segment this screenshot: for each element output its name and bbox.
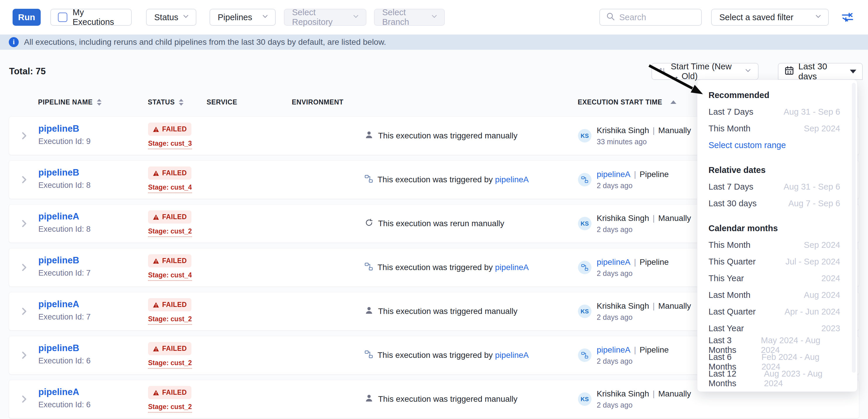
avatar: KS	[578, 392, 591, 406]
menu-item-select-custom-range[interactable]: Select custom range	[698, 137, 857, 154]
info-icon: i	[9, 37, 19, 47]
status-badge: FAILED	[148, 211, 191, 224]
select-branch-dropdown[interactable]: Select Branch	[374, 9, 445, 26]
stage-link[interactable]: Stage: cust_2	[148, 359, 192, 369]
calendar-icon	[784, 66, 794, 77]
menu-item-last-year[interactable]: Last Year 2023	[698, 320, 857, 337]
column-header-execution-start-time[interactable]: EXECUTION START TIME	[578, 95, 676, 109]
sort-both-icon	[179, 99, 184, 106]
menu-item-this-month[interactable]: This Month Sep 2024	[698, 237, 857, 253]
menu-item-last-30-days[interactable]: Last 30 days Aug 7 - Sep 6	[698, 195, 857, 212]
warning-icon	[153, 126, 159, 132]
menu-item-last-12-months[interactable]: Last 12 Months Aug 2023 - Aug 2024	[698, 370, 857, 387]
search-box[interactable]	[599, 9, 702, 26]
menu-item-last-7-days[interactable]: Last 7 Days Aug 31 - Sep 6	[698, 104, 857, 120]
starter-name[interactable]: pipelineA	[597, 345, 630, 355]
date-range-menu: Recommended Last 7 Days Aug 31 - Sep 6 T…	[697, 79, 858, 392]
starter-name: Krishika Singh	[597, 214, 649, 223]
chevron-right-icon[interactable]	[19, 307, 29, 318]
warning-icon	[153, 346, 159, 352]
trigger-type: Pipeline	[640, 257, 669, 267]
time-ago: 2 days ago	[597, 269, 669, 278]
stage-link[interactable]: Stage: cust_2	[148, 403, 192, 413]
chevron-down-icon	[744, 66, 752, 77]
date-range-dropdown[interactable]: Last 30 days	[778, 63, 863, 80]
chevron-right-icon[interactable]	[19, 350, 29, 361]
menu-section-relative-dates: Relative dates	[698, 162, 857, 179]
time-ago: 2 days ago	[597, 357, 669, 365]
trigger-type: Pipeline	[640, 170, 669, 179]
warning-icon	[153, 258, 159, 264]
trigger-pipeline-link[interactable]: pipelineA	[495, 175, 529, 184]
pipeline-name-link[interactable]: pipelineA	[38, 211, 79, 222]
sort-dropdown[interactable]: Start Time (New → Old)	[651, 63, 758, 80]
chevron-down-icon	[182, 12, 190, 23]
select-branch-label: Select Branch	[382, 8, 430, 27]
run-button[interactable]: Run	[12, 9, 41, 26]
chevron-down-icon	[352, 12, 360, 23]
chevron-right-icon[interactable]	[19, 219, 29, 230]
pipeline-name-link[interactable]: pipelineB	[38, 255, 79, 265]
stage-link[interactable]: Stage: cust_2	[148, 227, 192, 237]
my-executions-checkbox[interactable]	[58, 12, 67, 22]
rerun-icon	[365, 218, 373, 229]
warning-icon	[153, 214, 159, 220]
search-input[interactable]	[619, 12, 695, 22]
column-header-pipeline-name[interactable]: PIPELINE NAME	[38, 95, 101, 109]
pipelines-filter-dropdown[interactable]: Pipelines	[210, 9, 276, 26]
menu-item-this-quarter[interactable]: This Quarter Jul - Sep 2024	[698, 253, 857, 270]
stage-link[interactable]: Stage: cust_4	[148, 184, 192, 193]
trigger-pipeline-link[interactable]: pipelineA	[495, 351, 529, 360]
menu-item-last-quarter[interactable]: Last Quarter Apr - Jun 2024	[698, 303, 857, 320]
my-executions-toggle[interactable]: My Executions	[50, 9, 132, 26]
pipeline-name-link[interactable]: pipelineB	[38, 167, 79, 178]
starter-name[interactable]: pipelineA	[597, 170, 630, 179]
pipeline-name-link[interactable]: pipelineB	[38, 343, 79, 353]
menu-item-last-6-months[interactable]: Last 6 Months Feb 2024 - Aug 2024	[698, 353, 857, 370]
sort-ascending-icon	[671, 100, 676, 104]
chevron-down-icon	[430, 12, 438, 23]
menu-item-this-year[interactable]: This Year 2024	[698, 270, 857, 287]
pipelines-filter-label: Pipelines	[218, 12, 252, 22]
trigger-pipeline-link[interactable]: pipelineA	[495, 263, 529, 272]
execution-id: Execution Id: 7	[38, 313, 91, 322]
time-ago: 2 days ago	[597, 313, 691, 322]
column-header-status[interactable]: STATUS	[148, 95, 184, 109]
warning-icon	[153, 390, 159, 396]
pipeline-name-link[interactable]: pipelineB	[38, 124, 79, 134]
starter-name: Krishika Singh	[597, 126, 649, 135]
select-repository-dropdown[interactable]: Select Repository	[284, 9, 366, 26]
user-icon	[365, 306, 373, 317]
select-repository-label: Select Repository	[292, 8, 352, 27]
pipeline-trigger-icon	[365, 175, 373, 185]
pipeline-name-link[interactable]: pipelineA	[38, 299, 79, 309]
date-range-label: Last 30 days	[798, 61, 846, 82]
stage-link[interactable]: Stage: cust_3	[148, 139, 192, 149]
status-filter-dropdown[interactable]: Status	[146, 9, 196, 26]
menu-section-recommended: Recommended	[698, 87, 857, 104]
chevron-right-icon[interactable]	[19, 131, 29, 142]
chevron-right-icon[interactable]	[19, 262, 29, 273]
time-ago: 2 days ago	[597, 182, 669, 190]
menu-item-last-3-months[interactable]: Last 3 Months May 2024 - Aug 2024	[698, 337, 857, 353]
starter-name[interactable]: pipelineA	[597, 257, 630, 267]
menu-section-calendar-months: Calendar months	[698, 220, 857, 237]
stage-link[interactable]: Stage: cust_2	[148, 315, 192, 325]
execution-id: Execution Id: 8	[38, 181, 91, 190]
menu-item-last-7-days[interactable]: Last 7 Days Aug 31 - Sep 6	[698, 179, 857, 195]
saved-filter-dropdown[interactable]: Select a saved filter	[711, 9, 829, 26]
menu-item-this-month[interactable]: This Month Sep 2024	[698, 120, 857, 137]
pipeline-name-link[interactable]: pipelineA	[38, 387, 79, 397]
menu-scrollbar[interactable]	[852, 83, 856, 373]
filter-settings-icon[interactable]	[840, 10, 855, 25]
trigger-type: Manually	[658, 126, 691, 135]
stage-link[interactable]: Stage: cust_4	[148, 271, 192, 281]
execution-id: Execution Id: 6	[38, 356, 91, 365]
chevron-down-icon	[814, 12, 823, 23]
menu-item-last-month[interactable]: Last Month Aug 2024	[698, 287, 857, 303]
chevron-right-icon[interactable]	[19, 394, 29, 405]
chevron-right-icon[interactable]	[19, 175, 29, 186]
trigger-type: Manually	[658, 389, 691, 398]
warning-icon	[153, 302, 159, 308]
sort-icon	[658, 66, 666, 77]
